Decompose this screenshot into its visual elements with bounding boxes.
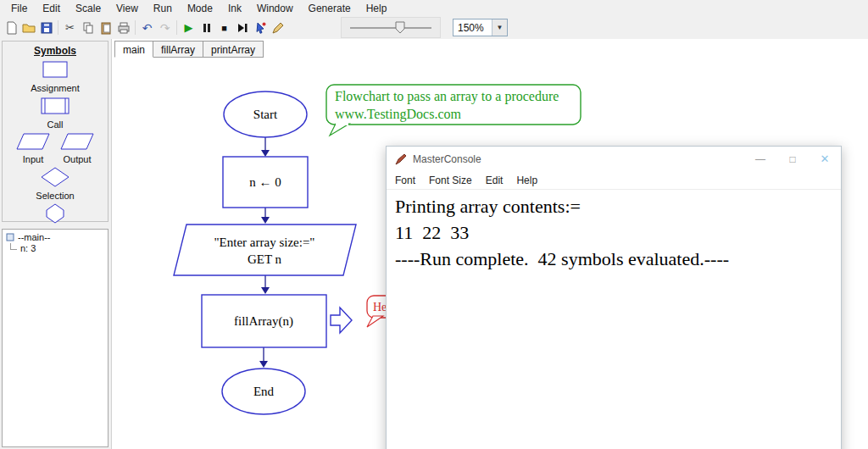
symbol-selection[interactable]: Selection — [3, 166, 108, 201]
zoom-dropdown-button[interactable]: ▼ — [492, 19, 507, 36]
copy-icon — [81, 20, 96, 36]
menu-view[interactable]: View — [108, 2, 146, 15]
symbol-input[interactable]: Input — [14, 131, 53, 164]
menu-window[interactable]: Window — [249, 2, 301, 15]
tab-bar: main fillArray printArray — [114, 41, 264, 58]
sidebar: Symbols Assignment Call — [0, 39, 112, 449]
cursor-icon — [253, 20, 268, 36]
minimize-button[interactable]: — — [744, 147, 776, 171]
console-menu-edit[interactable]: Edit — [486, 175, 504, 186]
tab-main[interactable]: main — [114, 41, 153, 58]
symbols-panel: Symbols Assignment Call — [2, 41, 108, 222]
comment-bubble[interactable]: Flowchart to pass an array to a procedur… — [326, 85, 581, 136]
symbol-label: Selection — [3, 191, 108, 201]
console-output-line: Printing array contents:= — [395, 193, 832, 219]
end-label: End — [253, 385, 275, 398]
symbol-label: Input — [14, 155, 53, 164]
toolbar: ✂ ↶ ↷ ▶ ■ 150% ▼ — [0, 16, 868, 39]
tree-node-main[interactable]: --main-- — [6, 232, 104, 242]
selection-shape-icon — [36, 166, 75, 188]
new-button[interactable] — [2, 19, 19, 36]
toolbar-separator — [135, 20, 136, 35]
comment-line1: Flowchart to pass an array to a procedur… — [335, 89, 559, 104]
chevron-down-icon: ▼ — [497, 24, 504, 31]
assignment-label: n ← 0 — [249, 175, 281, 189]
input-shape-icon — [14, 131, 53, 152]
console-output-line: ----Run complete. 42 symbols evaluated.-… — [395, 246, 832, 272]
tab-printarray[interactable]: printArray — [203, 41, 264, 58]
menu-generate[interactable]: Generate — [301, 2, 359, 15]
symbol-assignment[interactable]: Assignment — [3, 58, 108, 93]
tree-node-variable[interactable]: n: 3 — [9, 243, 104, 253]
cut-icon: ✂ — [65, 21, 75, 34]
console-title: MasterConsole — [413, 153, 481, 165]
menu-scale[interactable]: Scale — [68, 2, 108, 15]
pause-icon — [199, 20, 214, 36]
red-comment-text: He — [373, 301, 387, 313]
call-out-arrow-icon — [331, 308, 352, 333]
run-button[interactable]: ▶ — [180, 19, 198, 36]
raptor-window: File Edit Scale View Run Mode Ink Window… — [0, 0, 868, 449]
master-console-window: MasterConsole — □ ✕ Font Font Size Edit … — [386, 146, 842, 449]
symbol-output[interactable]: Output — [58, 131, 97, 164]
menu-bar: File Edit Scale View Run Mode Ink Window… — [0, 0, 868, 16]
zoom-select[interactable]: 150% ▼ — [453, 19, 508, 36]
open-button[interactable] — [19, 19, 37, 36]
slider-thumb — [396, 22, 404, 33]
redo-icon: ↷ — [160, 21, 170, 35]
breakpoint-button[interactable] — [251, 19, 269, 36]
redo-button[interactable]: ↷ — [156, 19, 174, 36]
new-document-icon — [3, 20, 19, 36]
close-button[interactable]: ✕ — [809, 147, 841, 171]
call-shape-icon — [36, 95, 75, 117]
menu-ink[interactable]: Ink — [220, 2, 249, 15]
undo-icon: ↶ — [142, 21, 153, 35]
tab-fillarray[interactable]: fillArray — [153, 41, 203, 58]
input-label-line2: GET n — [248, 252, 282, 266]
zoom-value: 150% — [453, 19, 492, 36]
pause-button[interactable] — [198, 19, 215, 36]
save-button[interactable] — [37, 19, 55, 36]
speed-slider[interactable] — [345, 19, 437, 36]
menu-mode[interactable]: Mode — [180, 2, 220, 15]
comment-line2: www.TestingDocs.com — [335, 107, 461, 122]
stop-button[interactable]: ■ — [215, 19, 233, 36]
step-button[interactable] — [233, 19, 251, 36]
maximize-button[interactable]: □ — [776, 147, 809, 171]
step-icon — [235, 20, 250, 36]
console-output-line: 11 22 33 — [395, 219, 832, 246]
open-folder-icon — [21, 20, 36, 36]
cut-button[interactable]: ✂ — [61, 19, 79, 36]
menu-file[interactable]: File — [3, 2, 35, 15]
toolbar-separator — [176, 20, 177, 35]
tree-node-label: --main-- — [18, 232, 51, 242]
ink-button[interactable] — [269, 19, 287, 36]
undo-button[interactable]: ↶ — [138, 19, 156, 36]
menu-edit[interactable]: Edit — [35, 2, 68, 15]
start-label: Start — [253, 108, 278, 121]
menu-run[interactable]: Run — [146, 2, 180, 15]
symbols-title: Symbols — [3, 45, 108, 57]
speed-slider-panel — [341, 17, 441, 38]
maximize-icon: □ — [789, 153, 795, 165]
console-menu-help[interactable]: Help — [516, 175, 537, 186]
play-icon: ▶ — [185, 21, 193, 34]
menu-help[interactable]: Help — [359, 2, 395, 15]
paste-button[interactable] — [97, 19, 114, 36]
stop-icon: ■ — [221, 23, 227, 33]
console-app-icon — [394, 152, 408, 166]
console-menu-font[interactable]: Font — [395, 175, 415, 186]
print-button[interactable] — [114, 19, 132, 36]
watch-panel: --main-- n: 3 — [2, 229, 108, 447]
symbol-call[interactable]: Call — [3, 95, 108, 130]
print-icon — [116, 20, 131, 36]
console-menu-fontsize[interactable]: Font Size — [429, 175, 472, 186]
input-node[interactable] — [174, 224, 356, 275]
console-title-bar[interactable]: MasterConsole — □ ✕ — [387, 147, 841, 171]
symbol-label: Call — [3, 120, 108, 130]
loop-shape-icon — [36, 202, 75, 224]
output-shape-icon — [58, 131, 97, 152]
window-controls: — □ ✕ — [744, 147, 841, 171]
paste-icon — [98, 20, 114, 36]
copy-button[interactable] — [79, 19, 97, 36]
